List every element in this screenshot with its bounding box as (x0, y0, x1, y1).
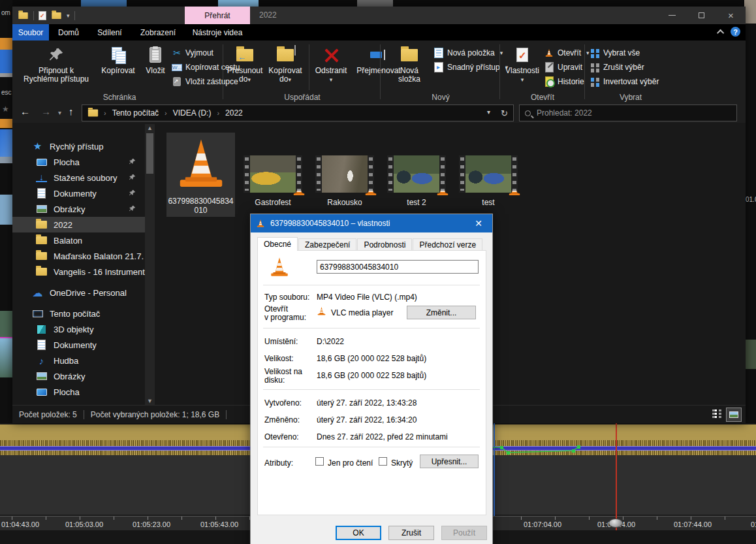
scroll-up-icon[interactable]: ▲ (145, 125, 155, 131)
properties-button[interactable]: Vlastnosti (502, 44, 543, 84)
history-chevron-icon[interactable]: ▾ (58, 109, 61, 116)
easy-access-button[interactable]: Snadný přístup (433, 60, 508, 74)
button-label: Rychlému přístupu (24, 74, 89, 84)
tab-details[interactable]: Podrobnosti (357, 238, 412, 251)
tab-share[interactable]: Sdílení (88, 24, 131, 40)
breadcrumb-drive[interactable]: VIDEA (D:) (173, 108, 212, 118)
size-on-disk-value: 18,6 GB (20 000 022 528 bajtů) (317, 371, 426, 380)
dialog-titlebar[interactable]: 637998830045834010 – vlastnosti (251, 214, 492, 232)
new-item-button[interactable]: Nová položka (433, 46, 508, 60)
delete-button[interactable]: Odstranit (311, 44, 351, 84)
file-item-video[interactable]: test (459, 155, 518, 207)
playhead-handle[interactable] (608, 519, 623, 528)
sidebar-item-quick-access[interactable]: ★ Rychlý přístup (12, 138, 145, 154)
maximize-button[interactable] (687, 7, 716, 24)
open-button[interactable]: Otevřít (544, 46, 590, 60)
sidebar-item-documents-2[interactable]: Dokumenty (12, 337, 145, 353)
sidebar-item-3d-objects[interactable]: 3D objekty (12, 321, 145, 337)
minimize-button[interactable] (657, 7, 687, 24)
breadcrumb-this-pc[interactable]: Tento počítač (112, 108, 159, 118)
address-bar[interactable]: Tento počítač VIDEA (D:) 2022 ▾ ↻ (82, 104, 514, 121)
folder-icon (36, 252, 47, 260)
sidebar-item-music[interactable]: ♪ Hudba (12, 353, 145, 368)
folder-icon[interactable] (18, 12, 27, 18)
sidebar-item-onedrive[interactable]: ☁ OneDrive - Personal (12, 285, 145, 300)
scissors-icon: ✂ (172, 48, 182, 58)
history-button[interactable]: Historie (544, 74, 590, 89)
sidebar-item-pictures-2[interactable]: Obrázky (12, 368, 145, 384)
close-button[interactable]: × (716, 7, 746, 24)
background-editor-top-strip (12, 0, 744, 7)
tab-view[interactable]: Zobrazení (131, 24, 185, 40)
up-icon[interactable]: ↑ (69, 106, 74, 117)
apply-button[interactable]: Použít (441, 526, 487, 540)
scroll-down-icon[interactable]: ▼ (145, 398, 155, 404)
new-folder-icon[interactable] (52, 12, 61, 18)
search-input[interactable] (537, 108, 713, 118)
dialog-close-button[interactable]: ✕ (465, 214, 492, 232)
contextual-tab-play[interactable]: Přehrát (185, 7, 250, 24)
change-button[interactable]: Změnit... (407, 306, 476, 319)
sidebar-item-madarsko-balaton[interactable]: Maďarsko Balaton 21.7. - 24. (12, 248, 145, 264)
select-none-button[interactable]: Zrušit výběr (590, 60, 659, 74)
tab-home[interactable]: Domů (49, 24, 88, 40)
sidebar-item-2022[interactable]: 2022 (12, 217, 145, 232)
edit-button[interactable]: Upravit (544, 60, 590, 74)
sidebar-item-downloads-2[interactable]: ↓ Stažené soubory (12, 400, 145, 405)
sidebar-item-pictures[interactable]: Obrázky (12, 201, 145, 217)
ok-button[interactable]: OK (336, 526, 381, 540)
file-item-selected[interactable]: 637998830045834010 (166, 133, 235, 217)
large-icons-view-button[interactable] (726, 408, 742, 422)
breadcrumb-folder[interactable]: 2022 (225, 108, 243, 118)
invert-selection-icon (590, 76, 600, 88)
customize-qat-chevron-icon[interactable]: ▾ (67, 12, 70, 19)
properties-icon[interactable] (39, 11, 46, 20)
tab-general[interactable]: Obecné (257, 237, 298, 251)
hidden-checkbox[interactable] (379, 457, 387, 466)
advanced-button[interactable]: Upřesnit... (420, 455, 479, 468)
sidebar-item-downloads[interactable]: ↓ Stažené soubory (12, 170, 145, 185)
pin-icon (129, 189, 136, 199)
tab-previous-versions[interactable]: Předchozí verze (413, 238, 482, 251)
explorer-titlebar[interactable]: ▾ Přehrát 2022 × (12, 7, 746, 24)
search-box[interactable] (519, 104, 737, 121)
background-fragment (0, 157, 12, 163)
filename-input[interactable] (317, 260, 479, 274)
created-label: Vytvořeno: (264, 398, 302, 408)
back-icon[interactable]: ← (20, 106, 30, 117)
sidebar-item-documents[interactable]: Dokumenty (12, 185, 145, 201)
copy-to-button[interactable]: Kopírovat do (266, 44, 305, 84)
separator (226, 410, 227, 419)
readonly-checkbox[interactable] (315, 457, 324, 466)
volume-envelope[interactable] (480, 443, 584, 458)
file-name: test (459, 198, 518, 207)
sidebar-item-vangelis[interactable]: Vangelis - 16 Instrumental H (12, 264, 145, 280)
new-folder-button[interactable]: Nová složka (391, 44, 428, 84)
tab-security[interactable]: Zabezpečení (298, 238, 356, 251)
tab-file[interactable]: Soubor (12, 24, 49, 40)
select-all-button[interactable]: Vybrat vše (590, 46, 659, 60)
refresh-icon[interactable]: ↻ (501, 108, 508, 118)
dropdown-caret-icon (330, 74, 333, 84)
sidebar-item-this-pc[interactable]: Tento počítač (12, 306, 145, 321)
sidebar-item-desktop[interactable]: Plocha (12, 154, 145, 170)
search-icon (525, 110, 531, 116)
sidebar-scrollbar[interactable]: ▲ ▼ (145, 124, 155, 405)
invert-selection-button[interactable]: Invertovat výběr (590, 74, 659, 89)
move-to-button[interactable]: ← Přesunout do (225, 44, 264, 84)
help-icon[interactable] (731, 27, 740, 37)
details-view-button[interactable] (710, 408, 723, 421)
sidebar-item-desktop-2[interactable]: Plocha (12, 384, 145, 400)
forward-icon[interactable]: → (41, 106, 51, 117)
tab-video-tools[interactable]: Nástroje videa (185, 24, 250, 40)
file-item-video[interactable]: test 2 (387, 155, 446, 207)
pin-to-quick-access-button[interactable]: Připnout k Rychlému přístupu (18, 44, 95, 84)
file-item-video[interactable]: Gastrofest (244, 155, 302, 207)
address-dropdown-chevron-icon[interactable]: ▾ (487, 108, 490, 118)
sidebar-item-balaton[interactable]: Balaton (12, 232, 145, 248)
scrollbar-thumb[interactable] (146, 133, 153, 174)
paste-button[interactable]: Vložit (140, 44, 170, 75)
copy-button[interactable]: Kopírovat (97, 44, 139, 75)
file-item-video[interactable]: Rakousko (315, 155, 374, 207)
cancel-button[interactable]: Zrušit (388, 526, 434, 540)
